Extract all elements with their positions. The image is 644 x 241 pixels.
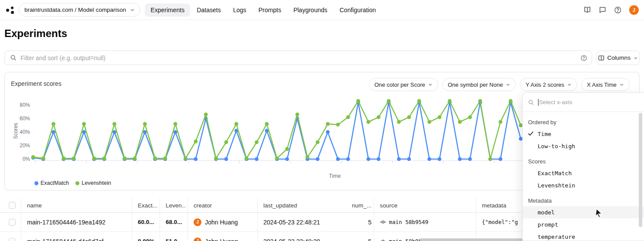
columns-icon: [598, 55, 604, 61]
user-avatar[interactable]: J: [629, 5, 639, 15]
data-point-Levenshtein: [397, 120, 401, 124]
filter-input[interactable]: Filter and sort (e.g. output=null): [4, 51, 592, 65]
tab-logs[interactable]: Logs: [227, 3, 252, 17]
data-point-Levenshtein: [448, 99, 452, 103]
chevron-down-icon: [620, 82, 624, 87]
data-point-Levenshtein: [164, 156, 167, 160]
option-time[interactable]: Time: [523, 128, 644, 140]
data-point-Levenshtein: [204, 112, 208, 116]
nav-right-icons: J: [583, 5, 639, 15]
data-point-Levenshtein: [417, 99, 421, 103]
data-point-Levenshtein: [72, 156, 76, 160]
chart-y-axis-label: Scores: [13, 123, 19, 139]
legend-item-levenshtein[interactable]: Levenshtein: [75, 180, 111, 186]
column-header-exactmatch[interactable]: Exact...: [138, 198, 158, 212]
column-header-levenshtein[interactable]: Leven...: [166, 198, 186, 212]
x-axis-search-input[interactable]: Select x-axis: [523, 93, 644, 112]
data-point-Levenshtein: [498, 120, 502, 124]
braintrust-logo-icon[interactable]: [4, 4, 16, 16]
data-point-ExactMatch: [407, 157, 411, 161]
tab-experiments[interactable]: Experiments: [145, 3, 190, 17]
option-prompt[interactable]: prompt: [523, 218, 644, 231]
option-levenshtein[interactable]: Levenshtein: [523, 179, 644, 191]
select-all-checkbox[interactable]: [9, 202, 16, 209]
creator-cell: J John Huang: [194, 213, 255, 231]
git-commit-icon: [380, 238, 386, 241]
data-point-ExactMatch: [143, 130, 147, 134]
experiment-name[interactable]: main-1716504446-d4c6d7ef: [27, 232, 128, 241]
y-axis-dropdown[interactable]: Y Axis 2 scores: [520, 78, 577, 91]
search-icon: [528, 99, 534, 105]
data-point-ExactMatch: [468, 157, 472, 161]
data-point-Levenshtein: [153, 156, 157, 160]
data-point-Levenshtein: [407, 115, 411, 119]
option-temperature[interactable]: temperature: [523, 231, 644, 241]
creator-cell: J John Huang: [194, 232, 255, 241]
data-point-Levenshtein: [194, 139, 198, 143]
symbol-per-dropdown[interactable]: One symbol per None: [442, 78, 516, 91]
docs-book-icon[interactable]: [583, 6, 591, 14]
text-cursor: [538, 99, 538, 106]
data-point-Levenshtein: [82, 122, 86, 126]
x-axis-dropdown[interactable]: X Axis Time: [581, 78, 630, 91]
chart-title: Experiment scores: [11, 80, 61, 87]
help-icon[interactable]: [614, 6, 622, 14]
legend-item-exactmatch[interactable]: ExactMatch: [34, 180, 69, 186]
levenshtein-score: 51.0...: [166, 232, 186, 241]
data-point-ExactMatch: [336, 157, 340, 161]
data-point-Levenshtein: [92, 156, 96, 160]
column-header-last-updated[interactable]: last_updated: [263, 198, 351, 212]
experiment-name[interactable]: main-1716504446-19ea1492: [27, 213, 128, 231]
y-tick-label: 20%: [20, 143, 30, 149]
row-checkbox[interactable]: [9, 219, 16, 226]
num-examples-cell: 5: [349, 213, 371, 231]
color-per-dropdown[interactable]: One color per Score: [369, 78, 438, 91]
chevron-down-icon: [567, 82, 572, 87]
data-point-Levenshtein: [102, 156, 106, 160]
data-point-Levenshtein: [123, 156, 126, 160]
chevron-down-icon: [634, 56, 638, 60]
data-point-Levenshtein: [133, 156, 137, 160]
data-point-Levenshtein: [468, 115, 472, 119]
row-checkbox[interactable]: [9, 238, 16, 241]
tab-playgrounds[interactable]: Playgrounds: [288, 3, 333, 17]
data-point-ExactMatch: [224, 157, 228, 161]
column-header-num-examples[interactable]: num_...: [349, 198, 371, 212]
data-point-Levenshtein: [326, 122, 330, 126]
x-axis-options-list: Ordered by Time Low-to-high Scores Exact…: [523, 112, 644, 241]
data-point-ExactMatch: [82, 130, 86, 134]
filter-placeholder: Filter and sort (e.g. output=null): [20, 54, 580, 61]
tab-configuration[interactable]: Configuration: [334, 3, 382, 17]
legend-dot-exactmatch: [34, 181, 38, 185]
y-tick-label: 0%: [23, 156, 31, 162]
column-header-source[interactable]: source: [380, 198, 474, 212]
source-cell: main 58b9549: [380, 213, 474, 231]
option-model[interactable]: model: [523, 206, 644, 218]
filter-help-icon[interactable]: [580, 54, 587, 61]
group-label-scores: Scores: [523, 156, 644, 167]
y-tick-label: 60%: [20, 115, 30, 122]
data-point-Levenshtein: [62, 156, 66, 160]
columns-button[interactable]: Columns: [596, 51, 640, 65]
data-point-Levenshtein: [458, 120, 462, 124]
project-selector[interactable]: braintrustdata.com / Model comparison: [19, 3, 140, 17]
data-point-Levenshtein: [427, 120, 431, 124]
y-tick-label: 80%: [20, 102, 30, 108]
data-point-Levenshtein: [438, 115, 442, 119]
dropdown-scrollbar-thumb[interactable]: [639, 113, 642, 227]
data-point-Levenshtein: [224, 140, 228, 144]
column-header-name[interactable]: name: [27, 198, 128, 212]
column-header-creator[interactable]: creator: [194, 198, 255, 212]
exactmatch-score: 60.0...: [138, 213, 158, 231]
data-point-ExactMatch: [367, 157, 371, 161]
tab-prompts[interactable]: Prompts: [253, 3, 287, 17]
feedback-chat-icon[interactable]: [599, 6, 607, 14]
data-point-Levenshtein: [255, 140, 259, 144]
data-point-Levenshtein: [245, 156, 249, 160]
option-exactmatch[interactable]: ExactMatch: [523, 167, 644, 179]
data-point-ExactMatch: [458, 157, 462, 161]
tab-datasets[interactable]: Datasets: [191, 3, 226, 17]
data-point-Levenshtein: [478, 99, 482, 103]
option-low-to-high[interactable]: Low-to-high: [523, 140, 644, 152]
columns-button-label: Columns: [607, 54, 630, 61]
